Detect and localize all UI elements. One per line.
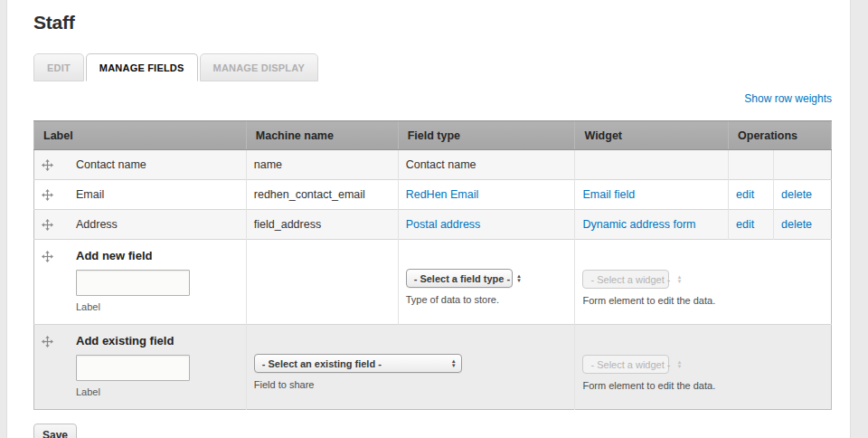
drag-handle-icon[interactable]: [42, 219, 53, 231]
field-type-cell: Contact name: [398, 150, 575, 180]
header-label: Label: [34, 121, 247, 150]
field-label: Contact name: [76, 158, 146, 171]
tab-edit[interactable]: EDIT: [33, 53, 84, 81]
edit-link[interactable]: edit: [736, 218, 754, 231]
delete-cell: [774, 150, 832, 180]
header-operations: Operations: [729, 121, 832, 150]
widget-select: - Select a widget - ▲▼: [582, 270, 669, 289]
table-row: Address field_address Postal address Dyn…: [34, 210, 832, 240]
field-type-cell: Postal address: [398, 210, 575, 240]
field-type-link[interactable]: RedHen Email: [406, 188, 479, 201]
edit-link[interactable]: edit: [736, 188, 754, 201]
widget-cell: Dynamic address form: [575, 210, 729, 240]
label-caption: Label: [76, 386, 190, 398]
widget-select: - Select a widget - ▲▼: [582, 355, 669, 374]
save-button[interactable]: Save: [33, 424, 77, 438]
machine-name-cell: name: [246, 150, 398, 180]
table-row: Contact name name Contact name: [34, 150, 832, 180]
page-right-gutter: [850, 0, 868, 438]
drag-handle-icon[interactable]: [42, 159, 53, 171]
show-row-weights-link[interactable]: Show row weights: [744, 92, 832, 105]
delete-link[interactable]: delete: [781, 188, 812, 201]
new-field-label-input[interactable]: [76, 270, 190, 296]
header-widget: Widget: [575, 121, 729, 150]
machine-name-cell: redhen_contact_email: [246, 180, 398, 210]
select-arrows-icon: ▲▼: [677, 360, 683, 369]
field-type-link[interactable]: Postal address: [406, 218, 481, 231]
field-label: Address: [76, 218, 118, 231]
edit-cell: [729, 150, 774, 180]
drag-handle-icon[interactable]: [42, 251, 53, 262]
header-field-type: Field type: [398, 121, 575, 150]
existing-field-label-input[interactable]: [76, 355, 190, 381]
machine-name-cell: field_address: [246, 210, 398, 240]
field-label: Email: [76, 188, 104, 201]
add-new-field-row: Add new field Label - Select a field typ…: [34, 240, 832, 325]
table-row: Email redhen_contact_email RedHen Email …: [34, 180, 832, 210]
field-type-select[interactable]: - Select a field type - ▲▼: [406, 269, 513, 288]
widget-cell: [575, 150, 729, 180]
primary-tabs: EDIT MANAGE FIELDS MANAGE DISPLAY: [33, 53, 832, 81]
widget-cell: Email field: [575, 180, 729, 210]
manage-fields-table: Label Machine name Field type Widget Ope…: [33, 120, 832, 410]
widget-link[interactable]: Email field: [582, 188, 635, 201]
widget-link[interactable]: Dynamic address form: [582, 218, 695, 231]
widget-description: Form element to edit the data.: [582, 294, 824, 307]
delete-cell: delete: [774, 210, 832, 240]
edit-cell: edit: [729, 210, 774, 240]
label-caption: Label: [76, 300, 190, 313]
tab-manage-fields[interactable]: MANAGE FIELDS: [86, 53, 198, 81]
existing-field-description: Field to share: [254, 378, 568, 391]
edit-cell: edit: [729, 180, 774, 210]
select-arrows-icon: ▲▼: [516, 274, 522, 283]
delete-cell: delete: [774, 180, 832, 210]
add-new-field-title: Add new field: [76, 250, 190, 262]
add-existing-field-row: Add existing field Label - Select an exi…: [34, 325, 832, 410]
page-title: Staff: [33, 12, 832, 33]
drag-handle-icon[interactable]: [42, 336, 53, 348]
header-machine-name: Machine name: [246, 121, 398, 150]
field-type-cell: RedHen Email: [398, 180, 575, 210]
existing-field-select[interactable]: - Select an existing field - ▲▼: [254, 354, 462, 373]
field-type-description: Type of data to store.: [406, 293, 568, 306]
widget-description: Form element to edit the data.: [582, 379, 824, 392]
drag-handle-icon[interactable]: [42, 189, 53, 201]
page-left-gutter: [0, 0, 7, 438]
select-arrows-icon: ▲▼: [451, 359, 457, 368]
main-content: Staff EDIT MANAGE FIELDS MANAGE DISPLAY …: [33, 0, 832, 438]
select-arrows-icon: ▲▼: [677, 275, 683, 284]
machine-name-cell: [246, 240, 398, 325]
add-existing-field-title: Add existing field: [76, 335, 190, 348]
table-header-row: Label Machine name Field type Widget Ope…: [34, 121, 832, 150]
row-weights-container: Show row weights: [33, 92, 832, 105]
tab-manage-display[interactable]: MANAGE DISPLAY: [200, 53, 318, 81]
delete-link[interactable]: delete: [781, 218, 812, 231]
